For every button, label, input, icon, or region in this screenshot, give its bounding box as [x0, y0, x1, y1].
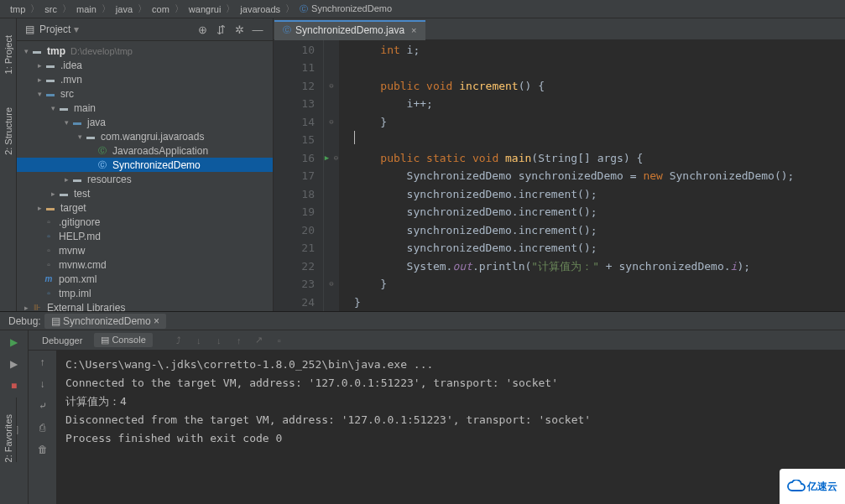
console-line: Connected to the target VM, address: '12…: [65, 374, 837, 392]
tool-tab-structure[interactable]: 2: Structure: [3, 107, 13, 155]
print-icon[interactable]: ⎙: [36, 421, 50, 434]
step-icon[interactable]: ↗: [252, 333, 267, 348]
tool-tab-favorites[interactable]: 2: Favorites: [3, 414, 13, 462]
tab-console[interactable]: ▤ Console: [94, 333, 152, 347]
rerun-icon[interactable]: ▶: [8, 335, 21, 349]
debug-title: Debug:: [8, 315, 41, 327]
console-toolbar: ↑ ↓ ⤶ ⎙ 🗑: [29, 351, 57, 504]
target-icon[interactable]: ⊕: [196, 23, 209, 36]
file-tab-label: SynchronizedDemo.java: [295, 24, 404, 36]
filter-icon[interactable]: ⇵: [214, 23, 227, 36]
crumb[interactable]: javaroads: [237, 4, 284, 14]
tree-item[interactable]: ▸⊪External Libraries: [17, 300, 273, 311]
tree-item-selected[interactable]: ⒸSynchronizedDemo: [17, 158, 273, 172]
gear-icon[interactable]: ✲: [232, 23, 246, 36]
tree-item[interactable]: ▾▬java: [17, 115, 273, 129]
editor-tabs: Ⓒ SynchronizedDemo.java ×: [274, 18, 845, 40]
tree-root[interactable]: ▾▬tmpD:\develop\tmp: [17, 44, 273, 58]
project-header: ▤ Project ▾ ⊕ ⇵ ✲ —: [17, 18, 273, 41]
down-icon[interactable]: ↓: [36, 377, 50, 391]
debug-panel: Debug: ▤ SynchronizedDemo × ▶ ▶ ■ ● ▣ De…: [0, 311, 845, 504]
close-icon[interactable]: ×: [411, 25, 416, 35]
crumb[interactable]: tmp: [7, 4, 29, 14]
step-icon[interactable]: ⤴: [171, 333, 186, 348]
project-tree: ▾▬tmpD:\develop\tmp ▸▬.idea ▸▬.mvn ▾▬src…: [17, 41, 273, 311]
step-icon[interactable]: ↓: [191, 333, 206, 348]
tab-debugger[interactable]: Debugger: [35, 334, 89, 347]
line-gutter: 101112131415161718192021222324: [274, 40, 324, 312]
folder-icon: ▤: [25, 23, 34, 35]
project-title: Project ▾: [39, 23, 190, 35]
tree-item[interactable]: ▫mvnw.cmd: [17, 257, 273, 272]
debug-config-tab[interactable]: ▤ SynchronizedDemo ×: [44, 314, 166, 329]
step-icon[interactable]: ↑: [232, 333, 247, 348]
console-line: C:\Users\wang-\.jdks\corretto-1.8.0_252\…: [65, 356, 837, 374]
tree-item[interactable]: mpom.xml: [17, 272, 273, 286]
tree-item[interactable]: ▾▬src: [17, 86, 273, 101]
crumb[interactable]: java: [112, 4, 136, 14]
tree-item[interactable]: ▫mvnw: [17, 243, 273, 257]
resume-icon[interactable]: ▶: [8, 357, 21, 371]
brand-badge: 亿速云: [780, 469, 845, 504]
debug-tabs-row: Debugger ▤ Console ⤴ ↓ ↓ ↑ ↗ ▫: [29, 330, 845, 351]
tree-item[interactable]: ▾▬com.wangrui.javaroads: [17, 129, 273, 143]
code-editor[interactable]: 101112131415161718192021222324 ⊖⊖▶ ⊖⊖ in…: [274, 40, 845, 312]
console-line: Process finished with exit code 0: [65, 429, 837, 448]
crumb[interactable]: main: [73, 4, 100, 14]
tree-item[interactable]: ⒸJavaroadsApplication: [17, 143, 273, 158]
tree-item[interactable]: ▸▬test: [17, 186, 273, 200]
crumb[interactable]: ⒸSynchronizedDemo: [296, 3, 395, 15]
minimize-icon[interactable]: —: [251, 23, 264, 36]
tool-tab-project[interactable]: 1: Project: [3, 35, 13, 74]
debug-header: Debug: ▤ SynchronizedDemo ×: [0, 312, 845, 330]
tree-item[interactable]: ▫tmp.iml: [17, 286, 273, 300]
stop-icon[interactable]: ■: [8, 379, 21, 392]
crumb[interactable]: src: [41, 4, 60, 14]
text-cursor: [354, 131, 355, 144]
console-line: 计算值为：4: [65, 392, 837, 411]
tree-item[interactable]: ▸▬.mvn: [17, 72, 273, 86]
tree-item[interactable]: ▸▬resources: [17, 172, 273, 186]
breadcrumb-bar: tmp〉 src〉 main〉 java〉 com〉 wangrui〉 java…: [0, 0, 845, 18]
tree-item[interactable]: ▾▬main: [17, 101, 273, 115]
step-icon[interactable]: ▫: [272, 333, 287, 348]
left-tool-strip: 1: Project 2: Structure: [0, 18, 17, 311]
tree-item[interactable]: ▫.gitignore: [17, 215, 273, 229]
editor-area: Ⓒ SynchronizedDemo.java × 10111213141516…: [274, 18, 845, 311]
tree-item[interactable]: ▸▬target: [17, 200, 273, 215]
step-icon[interactable]: ↓: [211, 333, 227, 348]
console-line: Disconnected from the target VM, address…: [65, 411, 837, 429]
left-tool-strip-bottom: 2: Favorites: [0, 397, 17, 462]
crumb[interactable]: wangrui: [185, 4, 225, 14]
cloud-icon: [787, 480, 806, 493]
tree-item[interactable]: ▫HELP.md: [17, 229, 273, 243]
code-content[interactable]: int i; public void increment() { i++; } …: [339, 40, 845, 312]
run-icon[interactable]: ▶: [325, 149, 329, 168]
clear-icon[interactable]: 🗑: [36, 443, 50, 456]
class-icon: Ⓒ: [283, 24, 291, 36]
gutter-marks: ⊖⊖▶ ⊖⊖: [324, 40, 339, 312]
crumb[interactable]: com: [149, 4, 173, 14]
console-output[interactable]: C:\Users\wang-\.jdks\corretto-1.8.0_252\…: [57, 351, 845, 504]
wrap-icon[interactable]: ⤶: [36, 399, 50, 413]
up-icon[interactable]: ↑: [36, 356, 50, 369]
tree-item[interactable]: ▸▬.idea: [17, 58, 273, 72]
project-panel: ▤ Project ▾ ⊕ ⇵ ✲ — ▾▬tmpD:\develop\tmp …: [17, 18, 274, 311]
file-tab[interactable]: Ⓒ SynchronizedDemo.java ×: [274, 20, 425, 40]
